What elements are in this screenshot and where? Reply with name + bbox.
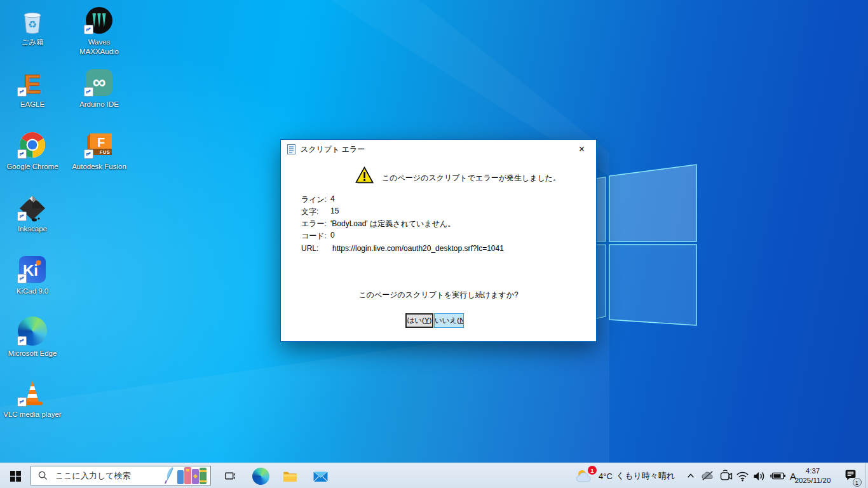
- shortcut-arrow-icon: [17, 212, 27, 221]
- desktop[interactable]: ♻ ごみ箱 E EAGLE: [0, 0, 868, 463]
- desktop-icon-vlc[interactable]: VLC media player: [4, 377, 61, 419]
- vlc-icon: [17, 377, 48, 408]
- close-button[interactable]: ×: [567, 140, 596, 158]
- tray-date: 2025/11/20: [795, 476, 831, 485]
- task-view-button[interactable]: [216, 463, 244, 488]
- desktop-icon-label: Google Chrome: [1, 162, 64, 172]
- svg-text:FUS: FUS: [100, 149, 111, 155]
- task-view-icon: [223, 469, 237, 483]
- autodesk-fusion-icon: F FUS: [84, 130, 114, 160]
- search-input[interactable]: [54, 470, 152, 481]
- weather-temperature: 4°C: [599, 471, 613, 481]
- desktop-icon-label: VLC media player: [1, 410, 64, 419]
- field-value: 4: [330, 194, 335, 203]
- no-button[interactable]: いいえ(N: [434, 313, 464, 328]
- desktop-icon-waves-maxxaudio[interactable]: Waves MAXXAudio: [71, 5, 128, 57]
- desktop-icon-arduino-ide[interactable]: ∞ Arduino IDE: [71, 67, 128, 109]
- shortcut-arrow-icon: [17, 397, 27, 407]
- recycle-bin-icon: ♻: [17, 5, 48, 36]
- desktop-icon-label: Arduino IDE: [67, 100, 131, 109]
- desktop-icon-autodesk-fusion[interactable]: F FUS Autodesk Fusion: [71, 130, 128, 172]
- yes-button[interactable]: はい(Y): [405, 313, 433, 328]
- desktop-icon-eagle[interactable]: E EAGLE: [4, 67, 61, 109]
- svg-text:F: F: [97, 135, 105, 149]
- inkscape-icon: [17, 192, 48, 222]
- waves-maxxaudio-icon: [84, 5, 114, 36]
- speaker-icon: [752, 470, 766, 482]
- desktop-icon-label: EAGLE: [1, 100, 64, 109]
- desktop-icon-kicad[interactable]: Ki KiCad 9.0: [4, 254, 61, 296]
- svg-text:∞: ∞: [93, 72, 106, 92]
- field-label: コード:: [301, 231, 327, 241]
- action-center-badge: 1: [853, 478, 862, 487]
- shortcut-arrow-icon: [17, 149, 27, 159]
- warning-icon: [355, 166, 375, 187]
- chrome-icon: [17, 130, 48, 160]
- field-value-url: https://login.live.com/oauth20_desktop.s…: [332, 244, 504, 253]
- volume-tray-button[interactable]: [750, 463, 768, 488]
- show-desktop-button[interactable]: [865, 463, 868, 488]
- onedrive-offline-icon: [701, 470, 715, 482]
- network-tray-button[interactable]: [734, 463, 750, 488]
- close-icon: ×: [579, 144, 585, 154]
- field-value: 'BodyLoad' は定義されていません。: [330, 219, 455, 229]
- battery-tray-button[interactable]: [768, 463, 787, 488]
- script-error-dialog: スクリプト エラー × このページのスクリプトでエラーが発生しました。 ライン:…: [280, 139, 597, 342]
- svg-text:♻: ♻: [28, 19, 37, 30]
- clock[interactable]: 4:37 2025/11/20: [792, 463, 834, 488]
- field-label: ライン:: [301, 194, 327, 205]
- meet-now-tray-button[interactable]: [717, 463, 735, 488]
- desktop-icon-label: ごみ箱: [1, 37, 64, 47]
- document-icon: [287, 144, 295, 154]
- weather-condition: くもり時々晴れ: [616, 470, 675, 482]
- desktop-icon-recycle-bin[interactable]: ♻ ごみ箱: [4, 5, 61, 47]
- error-message: このページのスクリプトでエラーが発生しました。: [382, 173, 560, 184]
- desktop-icon-microsoft-edge[interactable]: Microsoft Edge: [4, 316, 61, 358]
- dialog-title: スクリプト エラー: [301, 144, 365, 155]
- shortcut-arrow-icon: [84, 87, 93, 97]
- meet-now-camera-icon: [719, 470, 733, 482]
- mail-button[interactable]: [306, 463, 334, 488]
- shortcut-arrow-icon: [84, 149, 93, 159]
- kicad-icon: Ki: [17, 254, 48, 285]
- search-highlight-illustration: [163, 465, 209, 485]
- windows-logo-icon: [10, 471, 21, 482]
- dialog-question: このページのスクリプトを実行し続けますか?: [281, 290, 596, 301]
- shortcut-arrow-icon: [17, 336, 27, 346]
- start-button[interactable]: [0, 463, 31, 488]
- taskbar-edge-button[interactable]: [247, 463, 275, 488]
- weather-widget[interactable]: 1 4°C くもり時々晴れ: [575, 463, 675, 488]
- field-value: 15: [330, 207, 339, 215]
- file-explorer-icon: [281, 468, 299, 485]
- edge-icon: [252, 468, 269, 485]
- action-center-button[interactable]: 1: [837, 463, 863, 488]
- tray-overflow-button[interactable]: [684, 463, 698, 488]
- desktop-icon-label: Inkscape: [1, 224, 64, 234]
- weather-icon: 1: [575, 468, 594, 484]
- desktop-icon-label: Autodesk Fusion: [67, 162, 131, 172]
- edge-icon: [17, 316, 48, 347]
- search-icon: [38, 471, 48, 480]
- screen: ♻ ごみ箱 E EAGLE: [0, 0, 868, 488]
- dialog-titlebar[interactable]: スクリプト エラー ×: [281, 140, 596, 159]
- field-label: 文字:: [301, 207, 318, 217]
- field-value: 0: [330, 231, 335, 240]
- onedrive-tray-button[interactable]: [699, 463, 716, 488]
- shortcut-arrow-icon: [84, 25, 93, 34]
- desktop-icon-inkscape[interactable]: Inkscape: [4, 192, 61, 234]
- desktop-icon-google-chrome[interactable]: Google Chrome: [4, 130, 61, 172]
- tray-time: 4:37: [806, 466, 820, 476]
- shortcut-arrow-icon: [17, 87, 27, 97]
- chevron-up-icon: [686, 471, 695, 480]
- weather-badge: 1: [588, 466, 597, 475]
- desktop-icon-label: KiCad 9.0: [1, 287, 64, 296]
- file-explorer-button[interactable]: [276, 463, 304, 488]
- field-label: エラー:: [301, 219, 327, 229]
- taskbar-search[interactable]: [31, 466, 211, 485]
- eagle-icon: E: [17, 67, 48, 98]
- battery-charging-icon: [770, 471, 786, 481]
- desktop-icon-label: Microsoft Edge: [1, 349, 64, 358]
- shortcut-arrow-icon: [17, 274, 27, 283]
- wifi-icon: [736, 470, 749, 482]
- field-label: URL:: [301, 244, 318, 253]
